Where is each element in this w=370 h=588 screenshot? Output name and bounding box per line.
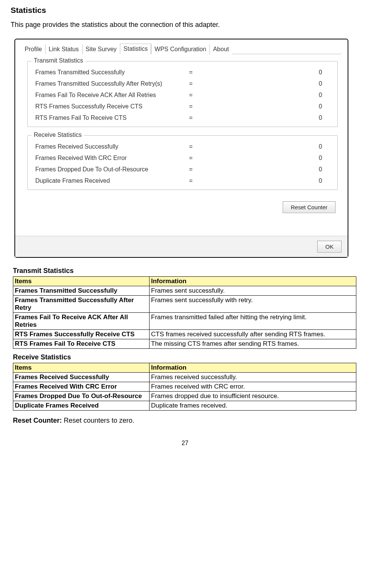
transmit-groupbox-title: Transmit Statistics (31, 57, 85, 64)
table-item: Frames Transmitted Successfully After Re… (13, 296, 150, 313)
table-row: Duplicate Frames ReceivedDuplicate frame… (13, 401, 356, 411)
equals-sign: = (183, 114, 198, 121)
transmit-stat-label: Frames Fail To Receive ACK After All Ret… (35, 92, 183, 99)
receive-info-table: Items Information Frames Received Succes… (13, 363, 356, 411)
dialog-footer: OK (15, 236, 348, 257)
table-item: Frames Fail To Receive ACK After All Ret… (13, 313, 150, 330)
transmit-stat-value: 0 (198, 92, 330, 99)
page-number: 27 (11, 440, 359, 447)
equals-sign: = (183, 166, 198, 173)
equals-sign: = (183, 69, 198, 76)
table-info: Frames received with CRC error. (150, 382, 356, 392)
transmit-table-header-info: Information (150, 277, 356, 286)
receive-table-title: Receive Statistics (13, 353, 359, 361)
table-row: Frames Transmitted Successfully After Re… (13, 296, 356, 313)
receive-stat-row: Frames Received With CRC Error=0 (34, 152, 331, 164)
receive-groupbox: Receive Statistics Frames Received Succe… (27, 135, 338, 190)
table-info: Duplicate frames received. (150, 401, 356, 411)
transmit-table-title: Transmit Statistics (13, 267, 359, 275)
receive-stat-label: Frames Received Successfully (35, 143, 183, 150)
equals-sign: = (183, 143, 198, 150)
table-item: Frames Dropped Due To Out-of-Resource (13, 392, 150, 401)
transmit-stat-value: 0 (198, 69, 330, 76)
table-info: Frames received successfully. (150, 373, 356, 382)
transmit-stat-row: Frames Fail To Receive ACK After All Ret… (34, 89, 331, 101)
receive-stat-row: Frames Received Successfully=0 (34, 141, 331, 152)
ok-button[interactable]: OK (317, 241, 342, 252)
table-item: Frames Transmitted Successfully (13, 286, 150, 296)
tab-link-status[interactable]: Link Status (45, 44, 82, 54)
reset-counter-note: Reset Counter: Reset counters to zero. (13, 417, 359, 425)
table-info: The missing CTS frames after sending RTS… (150, 339, 356, 349)
tab-profile[interactable]: Profile (21, 44, 45, 54)
transmit-stat-value: 0 (198, 80, 330, 87)
tab-about[interactable]: About (209, 44, 232, 54)
statistics-dialog: ProfileLink StatusSite SurveyStatisticsW… (14, 39, 348, 258)
transmit-groupbox: Transmit Statistics Frames Transmitted S… (27, 61, 338, 127)
receive-stat-value: 0 (198, 143, 330, 150)
page-heading: Statistics (11, 6, 359, 15)
transmit-table-header-items: Items (13, 277, 150, 286)
transmit-stat-label: RTS Frames Fail To Receive CTS (35, 114, 183, 121)
table-info: Frames sent successfully with retry. (150, 296, 356, 313)
receive-stat-label: Frames Received With CRC Error (35, 155, 183, 162)
transmit-stat-label: Frames Transmitted Successfully (35, 69, 183, 76)
table-row: RTS Frames Successfully Receive CTSCTS f… (13, 330, 356, 339)
table-row: RTS Frames Fail To Receive CTSThe missin… (13, 339, 356, 349)
receive-stat-value: 0 (198, 166, 330, 173)
receive-stat-value: 0 (198, 155, 330, 162)
receive-stat-row: Duplicate Frames Received=0 (34, 175, 331, 187)
transmit-stat-row: RTS Frames Fail To Receive CTS=0 (34, 112, 331, 124)
tab-site-survey[interactable]: Site Survey (82, 44, 120, 54)
transmit-stat-row: Frames Transmitted Successfully=0 (34, 67, 331, 78)
receive-table-header-info: Information (150, 363, 356, 373)
table-info: Frames sent successfully. (150, 286, 356, 296)
transmit-stat-value: 0 (198, 114, 330, 121)
table-item: RTS Frames Fail To Receive CTS (13, 339, 150, 349)
receive-stat-label: Duplicate Frames Received (35, 177, 183, 184)
receive-stat-row: Frames Dropped Due To Out-of-Resource=0 (34, 164, 331, 175)
equals-sign: = (183, 103, 198, 110)
table-row: Frames Received SuccessfullyFrames recei… (13, 373, 356, 382)
table-item: RTS Frames Successfully Receive CTS (13, 330, 150, 339)
transmit-stat-value: 0 (198, 103, 330, 110)
table-info: CTS frames received successfully after s… (150, 330, 356, 339)
table-row: Frames Received With CRC ErrorFrames rec… (13, 382, 356, 392)
reset-counter-button[interactable]: Reset Counter (283, 201, 335, 213)
table-row: Frames Dropped Due To Out-of-ResourceFra… (13, 392, 356, 401)
equals-sign: = (183, 177, 198, 184)
reset-counter-note-label: Reset Counter: (13, 417, 62, 424)
transmit-stat-label: Frames Transmitted Successfully After Re… (35, 80, 183, 87)
equals-sign: = (183, 80, 198, 87)
equals-sign: = (183, 155, 198, 162)
tab-statistics[interactable]: Statistics (120, 44, 151, 54)
table-item: Duplicate Frames Received (13, 401, 150, 411)
table-item: Frames Received With CRC Error (13, 382, 150, 392)
tab-wps-configuration[interactable]: WPS Configuration (151, 44, 209, 54)
table-row: Frames Fail To Receive ACK After All Ret… (13, 313, 356, 330)
table-info: Frames dropped due to insufficient resou… (150, 392, 356, 401)
intro-text: This page provides the statistics about … (11, 21, 359, 29)
transmit-info-table: Items Information Frames Transmitted Suc… (13, 276, 356, 349)
transmit-stat-row: Frames Transmitted Successfully After Re… (34, 78, 331, 89)
table-row: Frames Transmitted SuccessfullyFrames se… (13, 286, 356, 296)
receive-stat-value: 0 (198, 177, 330, 184)
equals-sign: = (183, 92, 198, 99)
tab-strip: ProfileLink StatusSite SurveyStatisticsW… (21, 43, 342, 54)
receive-table-header-items: Items (13, 363, 150, 373)
table-item: Frames Received Successfully (13, 373, 150, 382)
receive-stat-label: Frames Dropped Due To Out-of-Resource (35, 166, 183, 173)
receive-groupbox-title: Receive Statistics (31, 132, 84, 138)
transmit-stat-row: RTS Frames Successfully Receive CTS=0 (34, 101, 331, 112)
transmit-stat-label: RTS Frames Successfully Receive CTS (35, 103, 183, 110)
reset-counter-note-text: Reset counters to zero. (62, 417, 134, 424)
table-info: Frames transmitted failed after hitting … (150, 313, 356, 330)
